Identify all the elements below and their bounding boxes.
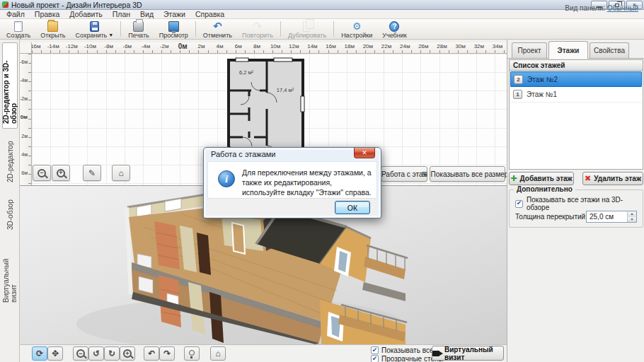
home-3d-button[interactable]: ⌂ bbox=[210, 346, 226, 361]
orbit-left-button[interactable]: ↶ bbox=[144, 346, 159, 361]
virtual-tour-button[interactable]: Виртуальный визит bbox=[432, 346, 504, 361]
spinner-up-icon[interactable]: ▲ bbox=[628, 211, 636, 217]
h-ruler-label: -6м bbox=[122, 43, 132, 49]
dropdown-caret-icon[interactable]: ▼ bbox=[108, 33, 113, 37]
show-floors-3d-checkbox[interactable]: ✔ bbox=[515, 200, 523, 208]
h-ruler-label: -4м bbox=[142, 43, 151, 49]
check-icon: ✔ bbox=[517, 200, 522, 206]
show-dimensions-label: Показывать все размеры bbox=[431, 170, 507, 178]
tab-properties[interactable]: Свойства bbox=[590, 42, 629, 58]
measure-icon: ✎ bbox=[88, 169, 96, 177]
dialog-close-button[interactable]: ✕ bbox=[354, 148, 375, 158]
check-icon: ✔ bbox=[372, 356, 378, 362]
application-window: Новый проект - Дизайн Интерьера 3D × Фай… bbox=[0, 0, 644, 362]
rotate-left-button[interactable]: ↺ bbox=[88, 346, 104, 361]
floor-item-2[interactable]: 2 Этаж №2 bbox=[510, 71, 642, 87]
toolbar-button-label: Настройки bbox=[341, 32, 372, 39]
h-ruler-label: 34м bbox=[493, 43, 502, 49]
floors-list: 2 Этаж №2 1 Этаж №1 bbox=[509, 71, 643, 170]
plan-home-button[interactable]: ⌂ bbox=[112, 165, 130, 181]
add-floor-button[interactable]: ✚ Добавить этаж bbox=[509, 172, 574, 185]
ok-button[interactable]: ОК bbox=[335, 201, 370, 214]
h-ruler-label: 6м bbox=[235, 43, 242, 49]
transparent-walls-checkbox[interactable]: ✔ bbox=[371, 355, 379, 362]
toolbar-button-3[interactable]: Печать bbox=[123, 19, 154, 39]
floors-work-button[interactable]: Работа с этажами bbox=[381, 166, 427, 182]
pan-button[interactable]: ✥ bbox=[47, 346, 63, 361]
lighting-button[interactable] bbox=[184, 346, 200, 361]
show-dimensions-button[interactable]: ⊞ Показывать все размеры bbox=[430, 166, 505, 182]
zoom-in-3d-button[interactable]: + bbox=[120, 346, 135, 361]
add-plus-icon: ✚ bbox=[510, 174, 517, 183]
floor-item-label: Этаж №1 bbox=[527, 90, 557, 98]
plan-zoom-out-button[interactable]: − bbox=[33, 165, 51, 181]
toolbar-button-5[interactable]: ↶Отменить bbox=[198, 19, 237, 39]
h-ruler-label: 0м bbox=[178, 42, 188, 50]
menu-item-5[interactable]: Этажи bbox=[159, 10, 190, 19]
toolbar-button-0[interactable]: Создать bbox=[1, 19, 35, 39]
spinner-down-icon[interactable]: ▼ bbox=[628, 217, 636, 223]
h-ruler-label: -8м bbox=[104, 43, 113, 49]
vertical-ruler: -6м-4м-2м0м2м4м6м bbox=[20, 54, 32, 185]
zoom-out-icon: − bbox=[38, 169, 46, 177]
slab-thickness-spinner[interactable]: ▲▼ bbox=[627, 211, 636, 222]
floors-dialog: Работа с этажами ✕ i Для переключения ме… bbox=[203, 147, 381, 218]
orbit-left-icon: ↶ bbox=[148, 349, 155, 358]
sidebar-tab-2[interactable]: 3D-обзор bbox=[2, 195, 18, 235]
plan-measure-button[interactable]: ✎ bbox=[83, 165, 101, 181]
menu-item-0[interactable]: Файл bbox=[1, 10, 30, 19]
menu-item-2[interactable]: Добавить bbox=[64, 10, 107, 19]
tab-floors[interactable]: Этажи bbox=[548, 41, 588, 59]
sidebar-tab-0[interactable]: 2D-редактор и 3D-обзор bbox=[2, 42, 18, 129]
toolbar-separator bbox=[333, 21, 334, 37]
menu-item-6[interactable]: Справка bbox=[190, 10, 229, 19]
panel-view: Вид панели: Обычный bbox=[565, 4, 638, 12]
tab-project[interactable]: Проект bbox=[512, 42, 547, 58]
zoom-in-icon: + bbox=[57, 169, 65, 177]
plan-zoom-in-button[interactable]: + bbox=[52, 165, 70, 181]
room-label-2: 17,4 м² bbox=[277, 87, 294, 93]
minus-sign: − bbox=[40, 170, 43, 176]
menu-item-4[interactable]: Вид bbox=[135, 10, 159, 19]
zoom-out-icon: − bbox=[76, 349, 85, 358]
show-floors-3d-row[interactable]: ✔ Показывать все этажи на 3D-обзоре bbox=[515, 196, 643, 211]
menu-item-3[interactable]: План bbox=[108, 10, 135, 19]
orbit-right-button[interactable]: ↷ bbox=[159, 346, 175, 361]
minus-sign: − bbox=[79, 351, 82, 357]
toolbar-button-1[interactable]: Открыть bbox=[35, 19, 70, 39]
toolbar-button-label: Печать bbox=[128, 32, 149, 39]
menu-item-1[interactable]: Правка bbox=[30, 10, 64, 19]
slab-thickness-input[interactable]: 25,0 см ▲▼ bbox=[586, 211, 637, 223]
sidebar-tab-1[interactable]: 2D-редактор bbox=[2, 136, 18, 188]
v-ruler-label: 6м bbox=[21, 170, 28, 175]
horizontal-ruler: -16м-14м-12м-10м-8м-6м-4м-2м0м2м4м6м8м10… bbox=[32, 42, 507, 54]
floor-item-1[interactable]: 1 Этаж №1 bbox=[510, 87, 642, 103]
toolbar-button-label: Дублировать bbox=[288, 32, 326, 39]
tab-properties-label: Свойства bbox=[594, 47, 625, 54]
add-floor-label: Добавить этаж bbox=[520, 175, 573, 182]
slab-thickness-value: 25,0 см bbox=[590, 213, 614, 221]
show-all-floors-checkbox[interactable]: ✔ bbox=[371, 346, 379, 354]
panel-view-label: Вид панели: bbox=[565, 4, 605, 12]
toolbar-button-4[interactable]: Просмотр bbox=[154, 19, 193, 39]
toolbar-button-9[interactable]: ?Учебник bbox=[377, 19, 411, 39]
toolbar-button-2[interactable]: Сохранить▼ bbox=[71, 19, 119, 39]
duplicate-icon bbox=[303, 21, 310, 32]
delete-floor-button[interactable]: ✖ Удалить этаж bbox=[582, 172, 643, 185]
rotate-3d-button[interactable]: ⟳ bbox=[32, 346, 47, 361]
right-panel: Проект Этажи Свойства Список этажей 2 Эт… bbox=[507, 40, 644, 362]
h-ruler-label: 24м bbox=[400, 43, 410, 49]
show-floors-3d-label: Показывать все этажи на 3D-обзоре bbox=[527, 196, 643, 211]
sidebar-tab-3[interactable]: Виртуальный визит bbox=[2, 242, 18, 307]
plus-sign: + bbox=[59, 170, 62, 176]
dimensions-icon: ⊞ bbox=[421, 170, 427, 179]
h-ruler-label: 18м bbox=[345, 43, 355, 49]
panel-view-link[interactable]: Обычный bbox=[607, 4, 638, 12]
dialog-body: i Для переключения между этажами, а такж… bbox=[207, 161, 377, 198]
zoom-out-3d-button[interactable]: − bbox=[73, 346, 88, 361]
rotate-right-icon: ↻ bbox=[108, 349, 115, 358]
v-ruler-label: 4м bbox=[21, 151, 28, 156]
rotate-right-button[interactable]: ↻ bbox=[104, 346, 120, 361]
plus-sign: + bbox=[125, 351, 129, 357]
toolbar-button-8[interactable]: ⚙Настройки bbox=[336, 19, 377, 39]
